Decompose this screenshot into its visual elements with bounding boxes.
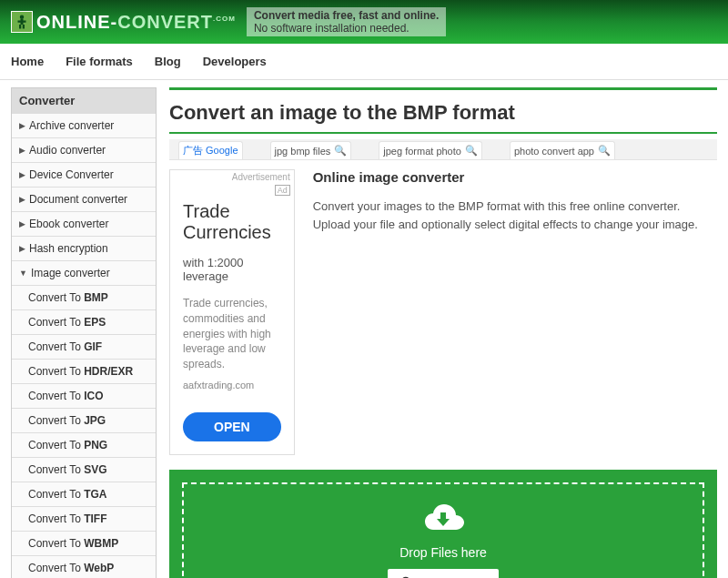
ad-corner-badge: Ad	[275, 185, 290, 196]
svg-rect-4	[23, 25, 25, 29]
ad-label: Advertisement	[232, 172, 290, 182]
sidebar-item[interactable]: ▶Document converter	[12, 187, 156, 211]
ad-tab-label: jpeg format photo	[383, 146, 461, 157]
sidebar-sub-item[interactable]: Convert To ICO	[12, 383, 156, 408]
logo-text-suffix: CONVERT	[117, 12, 213, 32]
ad-search-tab[interactable]: jpeg format photo🔍	[379, 141, 482, 159]
sidebar-sub-item[interactable]: Convert To SVG	[12, 457, 156, 482]
chevron-right-icon: ▶	[19, 195, 25, 204]
svg-rect-2	[18, 21, 26, 23]
sidebar-item-label: Hash encryption	[29, 242, 108, 255]
sidebar-sub-item[interactable]: Convert To WBMP	[12, 531, 156, 555]
ad-tab-label: jpg bmp files	[275, 146, 331, 157]
nav-blog[interactable]: Blog	[155, 55, 181, 68]
ad-body: Trade currencies, commodities and energi…	[183, 296, 281, 372]
sidebar-item[interactable]: ▶Audio converter	[12, 137, 156, 162]
intro-heading: Online image converter	[313, 169, 717, 185]
drop-label: Drop Files here	[198, 545, 688, 560]
nav-developers[interactable]: Developers	[203, 55, 267, 68]
ad-subtitle: with 1:2000 leverage	[183, 256, 281, 283]
sidebar-sub-item[interactable]: Convert To EPS	[12, 309, 156, 334]
main-nav: Home File formats Blog Developers	[0, 44, 728, 80]
chevron-right-icon: ▶	[19, 219, 25, 228]
ad-search-tab[interactable]: 广告 Google	[178, 141, 243, 159]
sidebar-sub-item[interactable]: Convert To PNG	[12, 432, 156, 457]
intro-body: Convert your images to the BMP format wi…	[313, 198, 717, 233]
drop-zone-inner: Drop Files here Choose Files Enter URL D…	[182, 482, 704, 578]
sidebar-title: Converter	[12, 88, 156, 113]
chevron-right-icon: ▶	[19, 244, 25, 253]
logo-text-sup: .COM	[213, 15, 236, 23]
ad-search-tab[interactable]: photo convert app🔍	[510, 141, 615, 159]
ad-domain: aafxtrading.com	[183, 380, 281, 390]
sidebar-item[interactable]: ▼Image converter	[12, 260, 156, 285]
ad-tab-label: 广告 Google	[183, 144, 238, 157]
sidebar: Converter ▶Archive converter▶Audio conve…	[11, 87, 157, 578]
svg-rect-3	[19, 25, 21, 29]
sidebar-item[interactable]: ▶Device Converter	[12, 162, 156, 187]
title-underline	[169, 132, 717, 134]
sidebar-item-label: Device Converter	[29, 168, 114, 181]
chevron-down-icon: ▼	[19, 269, 27, 278]
accent-bar	[169, 87, 717, 90]
tagline-bold: Convert media free, fast and online.	[254, 9, 439, 22]
ad-search-tab[interactable]: jpg bmp files🔍	[270, 141, 352, 159]
main-content: Convert an image to the BMP format 广告 Go…	[169, 87, 717, 578]
nav-file-formats[interactable]: File formats	[66, 55, 133, 68]
sidebar-item-label: Ebook converter	[29, 218, 108, 230]
chevron-right-icon: ▶	[19, 146, 25, 155]
sidebar-sub-item[interactable]: Convert To BMP	[12, 285, 156, 309]
top-banner: ONLINE-CONVERT.COM Convert media free, f…	[0, 0, 728, 44]
sidebar-sub-item[interactable]: Convert To TGA	[12, 482, 156, 506]
logo-text-prefix: ONLINE-	[36, 12, 117, 32]
svg-point-0	[20, 15, 25, 20]
search-icon: 🔍	[598, 145, 611, 157]
sidebar-item-label: Image converter	[31, 267, 110, 279]
sidebar-sub-item[interactable]: Convert To JPG	[12, 408, 156, 432]
sidebar-item[interactable]: ▶Hash encryption	[12, 236, 156, 260]
sidebar-item-label: Audio converter	[29, 144, 106, 157]
sidebar-item-label: Archive converter	[29, 119, 114, 132]
ad-open-button[interactable]: OPEN	[183, 412, 281, 441]
nav-home[interactable]: Home	[11, 55, 44, 68]
page-title: Convert an image to the BMP format	[169, 101, 717, 125]
sidebar-item[interactable]: ▶Ebook converter	[12, 211, 156, 236]
ad-title: Trade Currencies	[183, 201, 281, 243]
sidebar-sub-item[interactable]: Convert To TIFF	[12, 506, 156, 531]
tagline: Convert media free, fast and online. No …	[247, 7, 446, 36]
sidebar-sub-item[interactable]: Convert To GIF	[12, 334, 156, 359]
cloud-upload-icon	[198, 499, 688, 538]
sidebar-sub-item[interactable]: Convert To WebP	[12, 555, 156, 578]
intro-section: Online image converter Convert your imag…	[313, 169, 717, 455]
logo-icon	[11, 11, 33, 33]
tagline-sub: No software installation needed.	[254, 22, 410, 35]
chevron-right-icon: ▶	[19, 121, 25, 130]
chevron-right-icon: ▶	[19, 170, 25, 179]
sidebar-sub-item[interactable]: Convert To HDR/EXR	[12, 359, 156, 383]
site-logo[interactable]: ONLINE-CONVERT.COM	[11, 11, 236, 33]
advertisement-box: Advertisement Ad Trade Currencies with 1…	[169, 169, 295, 455]
sidebar-item[interactable]: ▶Archive converter	[12, 113, 156, 137]
search-icon: 🔍	[465, 145, 478, 157]
choose-files-button[interactable]: Choose Files	[388, 569, 500, 578]
sidebar-item-label: Document converter	[29, 193, 127, 206]
drop-zone[interactable]: Drop Files here Choose Files Enter URL D…	[169, 470, 717, 578]
ad-search-tabs: 广告 Googlejpg bmp files🔍jpeg format photo…	[169, 139, 717, 160]
search-icon: 🔍	[334, 145, 347, 157]
ad-tab-label: photo convert app	[514, 146, 594, 157]
